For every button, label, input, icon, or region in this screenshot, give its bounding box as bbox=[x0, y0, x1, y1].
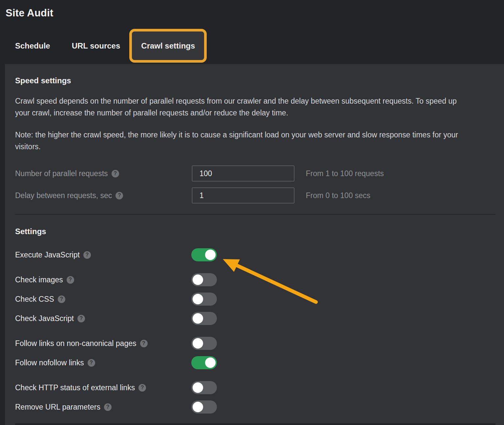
field-hint: From 1 to 100 requests bbox=[306, 169, 384, 178]
toggle-knob bbox=[193, 382, 203, 393]
crawl-settings-panel: Speed settings Crawl speed depends on th… bbox=[5, 64, 504, 425]
help-icon[interactable]: ? bbox=[58, 295, 65, 303]
top-bar: Site Audit Schedule URL sources Crawl se… bbox=[0, 0, 504, 64]
field-label: Number of parallel requests bbox=[15, 169, 108, 178]
toggle-check-javascript[interactable] bbox=[191, 312, 217, 325]
tab-highlight-annotation: Crawl settings bbox=[129, 29, 207, 63]
toggle-label: Check CSS bbox=[15, 295, 54, 304]
tab-schedule[interactable]: Schedule bbox=[15, 41, 50, 51]
toggle-follow-links-non-canonical[interactable] bbox=[191, 337, 217, 350]
toggle-label: Execute JavaScript bbox=[15, 251, 80, 259]
toggle-check-css[interactable] bbox=[191, 293, 217, 306]
toggle-follow-nofollow-links[interactable] bbox=[191, 356, 217, 369]
speed-settings-description: Crawl speed depends on the number of par… bbox=[15, 95, 469, 119]
help-icon[interactable]: ? bbox=[67, 276, 74, 284]
tab-bar: Schedule URL sources Crawl settings bbox=[15, 29, 207, 63]
toggle-row: Check CSS ? bbox=[15, 293, 495, 306]
parallel-requests-input[interactable] bbox=[192, 166, 294, 181]
toggle-row: Remove URL parameters ? bbox=[15, 400, 495, 414]
toggle-row: Check HTTP status of external links ? bbox=[15, 381, 495, 394]
toggle-row: Execute JavaScript ? bbox=[15, 248, 495, 261]
toggle-label: Follow links on non-canonical pages bbox=[15, 339, 136, 348]
toggle-knob bbox=[193, 313, 203, 324]
help-icon[interactable]: ? bbox=[138, 384, 146, 392]
toggle-execute-javascript[interactable] bbox=[191, 248, 217, 261]
help-icon[interactable]: ? bbox=[112, 170, 119, 177]
field-row: Number of parallel requests ? From 1 to … bbox=[15, 166, 495, 181]
toggle-row: Follow nofollow links ? bbox=[15, 356, 495, 369]
toggle-knob bbox=[193, 402, 203, 412]
toggle-knob bbox=[193, 274, 203, 285]
help-icon[interactable]: ? bbox=[116, 192, 123, 199]
toggle-knob bbox=[205, 250, 216, 260]
field-hint: From 0 to 100 secs bbox=[306, 191, 370, 200]
help-icon[interactable]: ? bbox=[88, 359, 95, 367]
delay-between-requests-input[interactable] bbox=[192, 188, 294, 203]
help-icon[interactable]: ? bbox=[104, 403, 112, 411]
tab-url-sources[interactable]: URL sources bbox=[72, 41, 120, 51]
help-icon[interactable]: ? bbox=[140, 340, 148, 347]
settings-toggle-list: Execute JavaScript ? Check images ? Chec… bbox=[15, 248, 495, 414]
speed-settings-heading: Speed settings bbox=[15, 64, 495, 85]
help-icon[interactable]: ? bbox=[77, 315, 85, 322]
toggle-knob bbox=[193, 294, 203, 304]
section-divider bbox=[15, 214, 495, 215]
toggle-row: Check images ? bbox=[15, 273, 495, 286]
toggle-row: Follow links on non-canonical pages ? bbox=[15, 337, 495, 350]
toggle-check-images[interactable] bbox=[191, 273, 217, 286]
toggle-check-http-status-external[interactable] bbox=[191, 381, 217, 394]
speed-settings-note: Note: the higher the crawl speed, the mo… bbox=[15, 129, 469, 152]
bottom-divider bbox=[15, 423, 495, 425]
field-row: Delay between requests, sec ? From 0 to … bbox=[15, 188, 495, 203]
toggle-label: Remove URL parameters bbox=[15, 403, 100, 412]
toggle-label: Check JavaScript bbox=[15, 314, 74, 323]
toggle-row: Check JavaScript ? bbox=[15, 312, 495, 325]
page-title: Site Audit bbox=[6, 7, 53, 19]
speed-fields: Number of parallel requests ? From 1 to … bbox=[15, 166, 495, 203]
field-label: Delay between requests, sec bbox=[15, 191, 112, 200]
toggle-knob bbox=[193, 338, 203, 349]
settings-heading: Settings bbox=[15, 227, 495, 236]
toggle-knob bbox=[205, 357, 216, 368]
help-icon[interactable]: ? bbox=[83, 251, 91, 259]
toggle-remove-url-parameters[interactable] bbox=[191, 400, 217, 414]
toggle-label: Check images bbox=[15, 275, 63, 284]
tab-crawl-settings[interactable]: Crawl settings bbox=[141, 41, 195, 51]
toggle-label: Check HTTP status of external links bbox=[15, 383, 135, 392]
toggle-label: Follow nofollow links bbox=[15, 358, 84, 367]
